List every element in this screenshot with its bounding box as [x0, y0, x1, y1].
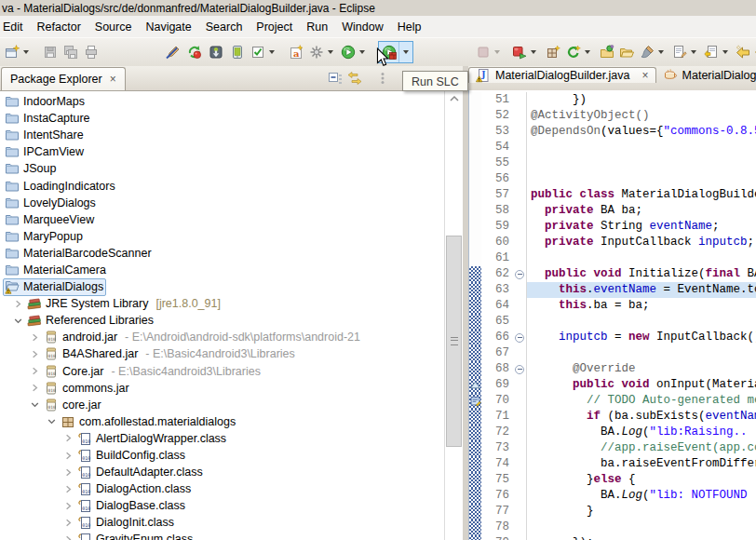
tree-item-commons-jar[interactable]: commons.jar [0, 380, 445, 397]
tree-item-defaultadapter-class[interactable]: DefaultAdapter.class [0, 464, 445, 480]
code-text[interactable]: private InputCallback inputcb; [527, 235, 756, 250]
chevron-right-icon[interactable] [61, 533, 75, 540]
menu-run[interactable]: Run [306, 20, 328, 34]
tree-item-materialdialogs[interactable]: MaterialDialogs [0, 278, 445, 295]
code-text[interactable]: //app.raiseEvent(app.co [527, 440, 756, 456]
checkbox-button[interactable] [250, 42, 266, 62]
code-text[interactable]: }); [527, 535, 756, 540]
run-button[interactable] [340, 42, 357, 62]
page-up-button[interactable] [703, 42, 720, 62]
code-text[interactable] [527, 140, 756, 155]
tree-item-alertdialogwrapper-class[interactable]: AlertDialogWrapper.class [0, 430, 445, 447]
close-icon[interactable]: × [110, 74, 116, 84]
tree-item-marypopup[interactable]: MaryPopup [0, 228, 445, 245]
menu-project[interactable]: Project [256, 20, 292, 34]
code-text[interactable] [527, 520, 756, 535]
external-tools-dropdown-icon[interactable] [325, 42, 335, 62]
chevron-right-icon[interactable] [28, 364, 42, 378]
chevron-down-icon[interactable] [11, 314, 25, 328]
code-text[interactable]: @Override [527, 361, 756, 377]
new-wizard-button[interactable] [4, 42, 20, 62]
tree-item-marqueeview[interactable]: MarqueeView [0, 211, 445, 228]
tree-item-loadingindicators[interactable]: LoadingIndicators [0, 177, 445, 194]
tree-item-jsoup[interactable]: JSoup [0, 160, 445, 177]
tree-item-intentshare[interactable]: IntentShare [0, 127, 445, 143]
chevron-right-icon[interactable] [61, 516, 75, 530]
tree-item-core-jar[interactable]: Core.jar- E:\Basic4android3\Libraries [0, 363, 445, 380]
tree-item-dialoginit-class[interactable]: DialogInit.class [0, 514, 445, 531]
tree-item-referenced-libraries[interactable]: Referenced Libraries [0, 312, 445, 329]
menu-navigate[interactable]: Navigate [145, 20, 191, 34]
tree-item-ipcamview[interactable]: IPCamView [0, 143, 445, 160]
menu-search[interactable]: Search [206, 20, 243, 34]
print-button[interactable] [83, 42, 100, 62]
chevron-down-icon[interactable] [45, 414, 59, 428]
collapse-all-icon[interactable] [328, 71, 343, 86]
view-menu-icon[interactable] [375, 71, 390, 86]
fold-collapse-icon[interactable] [515, 270, 524, 279]
run-dropdown-icon[interactable] [357, 42, 367, 62]
tree-item-dialogaction-class[interactable]: DialogAction.class [0, 480, 445, 497]
chevron-right-icon[interactable] [61, 466, 75, 479]
coverage-dropdown-icon[interactable] [582, 42, 592, 62]
pencil-slash-button[interactable] [165, 42, 182, 62]
chevron-right-icon[interactable] [61, 499, 75, 513]
new-java-project-button[interactable] [545, 42, 561, 62]
new-a-button[interactable] [288, 42, 304, 62]
menu-source[interactable]: Source [95, 20, 132, 34]
chevron-right-icon[interactable] [61, 482, 75, 496]
fold-collapse-icon[interactable] [515, 333, 524, 343]
external-tools-button[interactable] [308, 42, 325, 62]
tree-item-core-jar[interactable]: core.jar [0, 397, 445, 413]
tree-item-android-jar[interactable]: android.jar- E:\Android\android-sdk\plat… [0, 329, 445, 345]
page-pencil-button[interactable] [671, 42, 688, 62]
stop-dropdown-icon[interactable] [492, 42, 502, 62]
debug-run-dropdown-icon[interactable] [528, 42, 538, 62]
code-text[interactable]: private BA ba; [527, 203, 756, 219]
close-icon[interactable]: × [642, 71, 649, 80]
folder-open-button[interactable] [618, 42, 635, 62]
brush-dropdown-icon[interactable] [655, 42, 666, 62]
code-text[interactable]: @ActivityObject() [527, 108, 756, 124]
page-up-dropdown-icon[interactable] [720, 42, 730, 62]
code-text[interactable] [527, 171, 756, 187]
save-all-button[interactable] [62, 42, 79, 62]
code-text[interactable]: ba.raiseEventFromDiffer [527, 456, 756, 472]
chevron-right-icon[interactable] [28, 347, 42, 361]
menu-window[interactable]: Window [342, 20, 383, 34]
tree-item-indoormaps[interactable]: IndoorMaps [0, 93, 445, 110]
code-text[interactable]: private String eventName; [527, 219, 756, 235]
code-text[interactable]: public void Initialize(final BA [527, 266, 756, 282]
tab-package-explorer[interactable]: Package Explorer × [1, 67, 126, 90]
tree-item-jre-system-library[interactable]: JRE System Library[jre1.8.0_91] [0, 295, 445, 312]
tree-item-b4ashared-jar[interactable]: B4AShared.jar- E:\Basic4android3\Librari… [0, 345, 445, 362]
code-text[interactable]: @DependsOn(values={"commons-0.8.5 [527, 124, 756, 140]
new-wizard-dropdown-icon[interactable] [20, 42, 31, 62]
package-explorer-scrollbar[interactable] [444, 90, 463, 540]
code-text[interactable]: } [527, 504, 756, 520]
code-text[interactable] [527, 345, 756, 361]
code-text[interactable]: if (ba.subExists(eventNam [527, 409, 756, 425]
save-button[interactable] [42, 42, 59, 62]
chevron-right-icon[interactable] [28, 331, 42, 344]
code-text[interactable]: BA.Log("lib: NOTFOUND [527, 488, 756, 504]
debug-run-button[interactable] [511, 42, 528, 62]
tree-item-materialbarcodescanner[interactable]: MaterialBarcodeScanner [0, 245, 445, 262]
code-text[interactable]: inputcb = new InputCallback() [527, 330, 756, 345]
sync-error-button[interactable] [186, 42, 203, 62]
tab-materialdialogbuilder-java[interactable]: MaterialDialogBuilder.java × [468, 67, 656, 83]
code-text[interactable]: }else { [527, 472, 756, 488]
run-slc-dropdown-icon[interactable] [399, 42, 412, 62]
menu-refactor[interactable]: Refactor [37, 20, 81, 34]
code-text[interactable]: this.ba = ba; [527, 298, 756, 314]
coverage-button[interactable] [565, 42, 582, 62]
code-text[interactable]: }) [527, 92, 756, 108]
checkbox-dropdown-icon[interactable] [266, 42, 277, 62]
code-editor[interactable]: 51 })52@ActivityObject()53@DependsOn(val… [468, 90, 756, 540]
scrollbar-thumb[interactable] [446, 236, 462, 447]
code-text[interactable] [527, 155, 756, 171]
code-text[interactable]: BA.Log("lib:Raising.. [527, 425, 756, 440]
code-text[interactable] [527, 314, 756, 330]
tab-materialdialog-class[interactable]: MaterialDialog.clas [656, 67, 756, 83]
code-text[interactable]: // TODO Auto-generated me [527, 393, 756, 409]
